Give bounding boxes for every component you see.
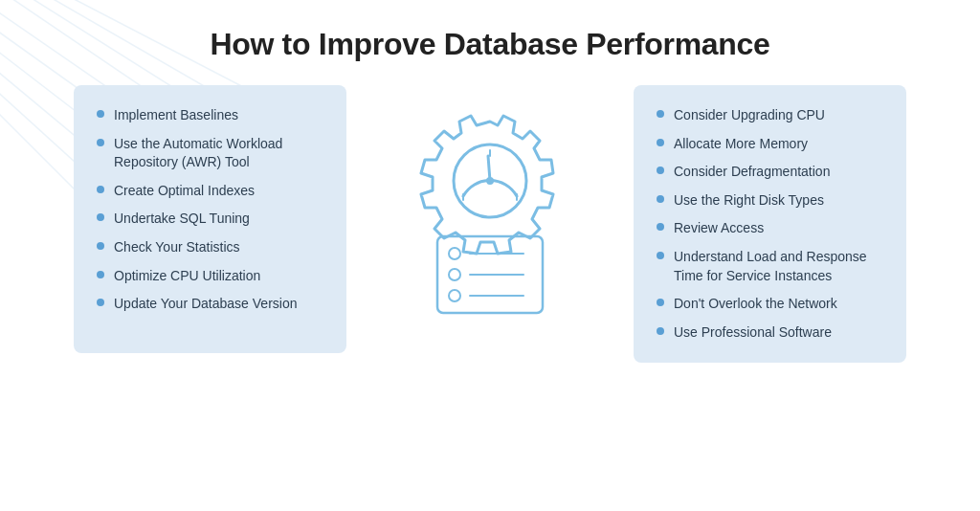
bullet-icon <box>657 327 664 335</box>
list-item-text: Create Optimal Indexes <box>114 182 255 201</box>
list-item: Review Access <box>657 219 883 238</box>
list-item-text: Consider Upgrading CPU <box>674 106 825 125</box>
list-item-text: Consider Defragmentation <box>674 163 830 182</box>
list-item: Consider Defragmentation <box>657 163 883 182</box>
bullet-icon <box>657 252 664 259</box>
list-item: Check Your Statistics <box>97 238 323 257</box>
list-item-text: Don't Overlook the Network <box>674 295 837 314</box>
bullet-icon <box>97 242 104 250</box>
bullet-icon <box>657 110 664 118</box>
list-item-text: Undertake SQL Tuning <box>114 210 250 229</box>
svg-point-19 <box>449 269 460 280</box>
list-item-text: Use the Automatic Workload Repository (A… <box>114 135 323 172</box>
svg-point-12 <box>486 177 494 185</box>
list-item-text: Use the Right Disk Types <box>674 191 824 211</box>
bullet-icon <box>97 186 104 193</box>
list-item: Create Optimal Indexes <box>97 182 323 201</box>
bullet-icon <box>97 299 104 306</box>
svg-point-21 <box>449 290 460 301</box>
list-item-text: Review Access <box>674 219 764 238</box>
list-item: Undertake SQL Tuning <box>97 210 323 229</box>
list-item-text: Update Your Database Version <box>114 295 297 314</box>
list-item-text: Allocate More Memory <box>674 135 808 154</box>
list-item: Use Professional Software <box>657 323 883 343</box>
list-item: Update Your Database Version <box>97 295 323 314</box>
list-item-text: Understand Load and Response Time for Se… <box>674 248 883 285</box>
database-performance-icon <box>385 95 595 315</box>
list-item: Don't Overlook the Network <box>657 295 883 314</box>
left-panel: Implement BaselinesUse the Automatic Wor… <box>74 85 346 353</box>
right-panel: Consider Upgrading CPUAllocate More Memo… <box>634 85 906 363</box>
list-item: Understand Load and Response Time for Se… <box>657 248 883 285</box>
bullet-icon <box>97 139 104 146</box>
bullet-icon <box>657 223 664 231</box>
page-wrapper: How to Improve Database Performance Impl… <box>0 0 980 511</box>
list-item-text: Optimize CPU Utilization <box>114 267 260 286</box>
list-item: Use the Right Disk Types <box>657 191 883 211</box>
bullet-icon <box>97 271 104 278</box>
list-item-text: Use Professional Software <box>674 323 832 343</box>
list-item: Optimize CPU Utilization <box>97 267 323 286</box>
bullet-icon <box>97 213 104 221</box>
bullet-icon <box>657 299 664 306</box>
left-list: Implement BaselinesUse the Automatic Wor… <box>97 106 323 314</box>
list-item: Consider Upgrading CPU <box>657 106 883 125</box>
bullet-icon <box>657 167 664 174</box>
center-icon-area <box>366 85 614 315</box>
list-item-text: Check Your Statistics <box>114 238 240 257</box>
bullet-icon <box>657 195 664 203</box>
bullet-icon <box>97 110 104 118</box>
main-row: Implement BaselinesUse the Automatic Wor… <box>29 85 951 363</box>
right-list: Consider Upgrading CPUAllocate More Memo… <box>657 106 883 342</box>
page-title: How to Improve Database Performance <box>210 27 769 62</box>
list-item-text: Implement Baselines <box>114 106 238 125</box>
list-item: Allocate More Memory <box>657 135 883 154</box>
list-item: Implement Baselines <box>97 106 323 125</box>
list-item: Use the Automatic Workload Repository (A… <box>97 135 323 172</box>
svg-point-17 <box>449 248 460 259</box>
bullet-icon <box>657 139 664 146</box>
